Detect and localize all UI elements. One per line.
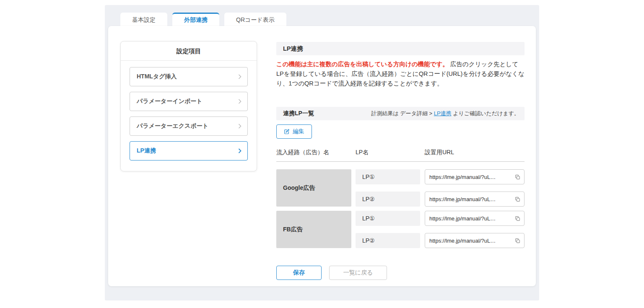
url-field[interactable]: https://lme.jp/manual/?uL… [425,233,525,248]
chevron-right-icon [238,124,242,129]
chevron-right-icon [238,148,242,153]
action-buttons: 保存 一覧に戻る [276,266,525,280]
table-group-fb: FB広告 LP① https://lme.jp/manual/?uL… [276,211,525,248]
back-to-list-button[interactable]: 一覧に戻る [329,266,387,280]
table-row: LP① https://lme.jp/manual/?uL… [356,211,525,226]
chevron-right-icon [238,99,242,104]
url-field[interactable]: https://lme.jp/manual/?uL… [425,211,525,226]
table-row: LP① https://lme.jp/manual/?uL… [356,169,525,184]
description-highlight: この機能は主に複数の広告を出稿している方向けの機能です。 [276,61,449,67]
lp-name-cell: LP② [356,233,420,248]
group-rows: LP① https://lme.jp/manual/?uL… LP② [356,211,525,248]
sidebar-title: 設定項目 [121,41,257,61]
edit-icon [284,129,290,135]
settings-panel: 基本設定 外部連携 QRコード表示 設定項目 HTMLタグ挿入 パラメーターイン… [105,5,539,300]
table-row: LP② https://lme.jp/manual/?uL… [356,233,525,248]
tab-bar: 基本設定 外部連携 QRコード表示 [120,13,286,26]
list-header-title: 連携LP一覧 [283,110,314,117]
list-header-note: 計測結果は データ詳細 > LP連携 よりご確認いただけます。 [371,110,519,117]
sidebar-item-label: HTMLタグ挿入 [137,73,177,80]
sidebar-item-list: HTMLタグ挿入 パラメーターインポート パラメーターエクスポート [121,61,257,160]
url-text: https://lme.jp/manual/?uL… [429,196,496,202]
ad-name-cell: FB広告 [276,211,351,248]
edit-button[interactable]: 編集 [276,124,312,139]
copy-icon[interactable] [515,174,520,180]
chevron-right-icon [238,74,242,79]
list-header: 連携LP一覧 計測結果は データ詳細 > LP連携 よりご確認いただけます。 [276,107,525,120]
content-area: LP連携 この機能は主に複数の広告を出稿している方向けの機能です。 広告のクリッ… [276,42,525,280]
tab-qr-code-display[interactable]: QRコード表示 [224,13,286,26]
url-text: https://lme.jp/manual/?uL… [429,238,496,244]
tab-basic-settings[interactable]: 基本設定 [120,13,167,26]
lp-integration-link[interactable]: LP連携 [434,110,452,116]
edit-button-label: 編集 [293,128,304,135]
lp-name-cell: LP① [356,211,420,226]
description: この機能は主に複数の広告を出稿している方向けの機能です。 広告のクリック先として… [276,60,525,88]
group-rows: LP① https://lme.jp/manual/?uL… LP② [356,169,525,207]
section-title: LP連携 [276,42,525,55]
sidebar-item-label: パラメーターインポート [137,98,203,105]
sidebar-item-lp-integration[interactable]: LP連携 [130,141,248,160]
table-group-google: Google広告 LP① https://lme.jp/manual/?uL… [276,169,525,207]
lp-name-cell: LP② [356,192,420,207]
url-text: https://lme.jp/manual/?uL… [429,215,496,222]
sidebar-item-label: パラメーターエクスポート [137,122,208,130]
lp-name-cell: LP① [356,169,420,184]
table-divider [276,161,525,162]
sidebar-item-label: LP連携 [137,147,156,155]
copy-icon[interactable] [515,216,520,221]
sidebar-item-html-tag[interactable]: HTMLタグ挿入 [130,67,248,86]
copy-icon[interactable] [515,238,520,243]
column-header-ad-name: 流入経路（広告）名 [276,149,356,156]
note-prefix: 計測結果は データ詳細 > [371,110,434,116]
column-header-url: 設置用URL [425,149,525,156]
save-button[interactable]: 保存 [276,266,322,280]
tab-external-integration[interactable]: 外部連携 [172,13,219,26]
table-header: 流入経路（広告）名 LP名 設置用URL [276,149,525,156]
settings-sidebar: 設定項目 HTMLタグ挿入 パラメーターインポート [120,41,257,171]
url-text: https://lme.jp/manual/?uL… [429,174,496,180]
main-card: 設定項目 HTMLタグ挿入 パラメーターインポート [108,26,536,286]
ad-name-cell: Google広告 [276,169,351,207]
table-row: LP② https://lme.jp/manual/?uL… [356,192,525,207]
url-field[interactable]: https://lme.jp/manual/?uL… [425,169,525,184]
sidebar-item-parameter-import[interactable]: パラメーターインポート [130,92,248,111]
copy-icon[interactable] [515,197,520,202]
url-field[interactable]: https://lme.jp/manual/?uL… [425,192,525,207]
lp-table: Google広告 LP① https://lme.jp/manual/?uL… [276,169,525,248]
sidebar-item-parameter-export[interactable]: パラメーターエクスポート [130,116,248,136]
page: 基本設定 外部連携 QRコード表示 設定項目 HTMLタグ挿入 パラメーターイン… [0,0,644,308]
note-suffix: よりご確認いただけます。 [452,110,519,116]
column-header-lp-name: LP名 [356,149,425,156]
